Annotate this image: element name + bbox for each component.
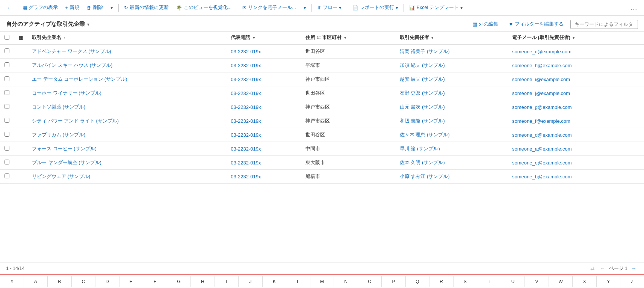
alpha-item-I[interactable]: I xyxy=(215,276,239,287)
account-name-link-4[interactable]: コントソ製薬 (サンプル) xyxy=(32,104,85,110)
row-checkbox-0[interactable] xyxy=(5,48,9,53)
alpha-item-M[interactable]: M xyxy=(310,276,334,287)
email-link-2[interactable]: someone_i@example.com xyxy=(512,77,570,82)
contact-link-7[interactable]: 早川 諭 (サンプル) xyxy=(400,146,440,151)
email-dropdown[interactable]: ▾ xyxy=(301,3,309,12)
contact-link-1[interactable]: 加須 紀夫 (サンプル) xyxy=(400,62,445,68)
phone-link-8[interactable]: 03-2232-019x xyxy=(231,160,261,166)
account-name-link-3[interactable]: コーホー ワイナリー (サンプル) xyxy=(32,90,101,96)
email-link-9[interactable]: someone_b@example.com xyxy=(512,174,571,179)
account-name-link-2[interactable]: エー データム コーポレーション (サンプル) xyxy=(32,76,127,82)
row-checkbox-7[interactable] xyxy=(5,146,9,151)
alpha-item-U[interactable]: U xyxy=(501,276,525,287)
alpha-item-Z[interactable]: Z xyxy=(620,276,644,287)
contact-link-5[interactable]: 和辺 義隆 (サンプル) xyxy=(400,118,445,124)
phone-link-6[interactable]: 03-2232-019x xyxy=(231,132,261,138)
email-link-7[interactable]: someone_a@example.com xyxy=(512,146,571,152)
contact-link-6[interactable]: 佐々木 理恵 (サンプル) xyxy=(400,132,450,137)
alpha-item-V[interactable]: V xyxy=(525,276,549,287)
prev-page-button[interactable]: ← xyxy=(599,265,607,272)
account-name-link-6[interactable]: ファブリカム (サンプル) xyxy=(32,132,85,137)
phone-link-0[interactable]: 03-2232-019x xyxy=(231,49,261,54)
alpha-item-F[interactable]: F xyxy=(143,276,167,287)
col-city[interactable]: 住所 1: 市区町村 ▾ xyxy=(301,32,395,44)
col-email[interactable]: 電子メール (取引先責任者) ▾ xyxy=(508,32,644,44)
visualize-button[interactable]: 🌴 このビューを視覚化... xyxy=(173,3,234,12)
alpha-item-L[interactable]: L xyxy=(286,276,310,287)
account-name-link-1[interactable]: アルパイン スキー ハウス (サンプル) xyxy=(32,62,113,68)
contact-link-0[interactable]: 清岡 裕美子 (サンプル) xyxy=(400,48,450,54)
email-link-6[interactable]: someone_d@example.com xyxy=(512,132,571,138)
keyword-filter-input[interactable] xyxy=(570,20,638,29)
account-name-link-7[interactable]: フォース コーヒー (サンプル) xyxy=(32,146,97,151)
row-checkbox-4[interactable] xyxy=(5,104,9,109)
email-link-8[interactable]: someone_e@example.com xyxy=(512,160,571,166)
alpha-item-J[interactable]: J xyxy=(239,276,263,287)
alpha-item-R[interactable]: R xyxy=(429,276,454,287)
alpha-item-#[interactable]: # xyxy=(0,276,24,287)
flow-button[interactable]: ⥯ フロー ▾ xyxy=(314,3,345,12)
email-link-5[interactable]: someone_f@example.com xyxy=(512,118,570,124)
back-button[interactable]: ← xyxy=(4,4,15,12)
contact-link-8[interactable]: 佐本 久明 (サンプル) xyxy=(400,160,445,165)
page-title-chevron-icon[interactable]: ▾ xyxy=(87,22,89,27)
account-name-link-5[interactable]: シティ パワー アンド ライト (サンプル) xyxy=(32,118,119,124)
first-page-button[interactable]: ⇄ xyxy=(589,265,596,272)
alpha-item-O[interactable]: O xyxy=(358,276,382,287)
alpha-item-B[interactable]: B xyxy=(48,276,72,287)
alpha-item-C[interactable]: C xyxy=(72,276,96,287)
phone-link-9[interactable]: 03-2232-019x xyxy=(231,174,261,179)
email-link-3[interactable]: someone_j@example.com xyxy=(512,90,570,96)
alpha-item-S[interactable]: S xyxy=(454,276,478,287)
alpha-item-W[interactable]: W xyxy=(549,276,573,287)
excel-button[interactable]: 📊 Excel テンプレート ▾ xyxy=(406,3,466,12)
alpha-item-Q[interactable]: Q xyxy=(406,276,430,287)
alpha-item-K[interactable]: K xyxy=(263,276,287,287)
phone-link-4[interactable]: 03-2232-019x xyxy=(231,104,261,110)
contact-link-2[interactable]: 越安 辰夫 (サンプル) xyxy=(400,76,445,82)
col-contact[interactable]: 取引先責任者 ▾ xyxy=(395,32,508,44)
contact-link-9[interactable]: 小原 すみ江 (サンプル) xyxy=(400,173,450,179)
alpha-item-E[interactable]: E xyxy=(119,276,144,287)
delete-dropdown[interactable]: ▾ xyxy=(107,3,116,12)
email-link-0[interactable]: someone_c@example.com xyxy=(512,49,571,54)
alpha-item-Y[interactable]: Y xyxy=(597,276,621,287)
col-phone[interactable]: 代表電話 ▾ xyxy=(226,32,301,44)
row-checkbox-1[interactable] xyxy=(5,62,9,67)
edit-filter-button[interactable]: ▼ フィルターを編集する xyxy=(505,20,567,29)
row-checkbox-5[interactable] xyxy=(5,118,9,123)
edit-columns-button[interactable]: ▦ 列の編集 xyxy=(469,20,502,29)
email-link-1[interactable]: someone_h@example.com xyxy=(512,63,571,68)
alpha-item-P[interactable]: P xyxy=(382,276,406,287)
email-link-button[interactable]: ✉ リンクを電子メール... xyxy=(239,3,299,12)
alpha-item-X[interactable]: X xyxy=(573,276,597,287)
row-checkbox-2[interactable] xyxy=(5,76,9,81)
alpha-item-A[interactable]: A xyxy=(24,276,48,287)
phone-link-2[interactable]: 03-2232-019x xyxy=(231,77,261,82)
row-checkbox-8[interactable] xyxy=(5,160,9,164)
refresh-button[interactable]: ↻ 最新の情報に更新 xyxy=(121,3,172,12)
alpha-item-G[interactable]: G xyxy=(167,276,191,287)
more-button[interactable]: … xyxy=(627,2,640,13)
alpha-item-N[interactable]: N xyxy=(334,276,358,287)
next-page-button[interactable]: → xyxy=(630,265,638,272)
phone-link-1[interactable]: 03-2232-019x xyxy=(231,63,261,68)
col-name[interactable]: 取引先企業名 ↑ xyxy=(27,32,226,44)
run-report-button[interactable]: 📄 レポートの実行 ▾ xyxy=(349,3,401,12)
contact-link-3[interactable]: 友野 史郎 (サンプル) xyxy=(400,90,445,96)
delete-button[interactable]: 🗑 削除 xyxy=(84,3,106,12)
phone-link-5[interactable]: 03-2232-019x xyxy=(231,118,261,124)
new-button[interactable]: + 新規 xyxy=(62,3,82,12)
select-all-checkbox[interactable] xyxy=(5,35,9,40)
alpha-item-T[interactable]: T xyxy=(477,276,501,287)
account-name-link-9[interactable]: リビングウェア (サンプル) xyxy=(32,173,90,179)
phone-link-7[interactable]: 03-2232-019x xyxy=(231,146,261,152)
email-link-4[interactable]: someone_g@example.com xyxy=(512,104,571,110)
alpha-item-H[interactable]: H xyxy=(191,276,215,287)
graph-button[interactable]: ▦ グラフの表示 xyxy=(20,3,61,12)
row-checkbox-6[interactable] xyxy=(5,132,9,137)
row-checkbox-3[interactable] xyxy=(5,90,9,95)
account-name-link-8[interactable]: ブルー ヤンダー航空 (サンプル) xyxy=(32,160,101,165)
account-name-link-0[interactable]: アドベンチャー ワークス (サンプル) xyxy=(32,48,111,54)
contact-link-4[interactable]: 山元 書次 (サンプル) xyxy=(400,104,445,110)
